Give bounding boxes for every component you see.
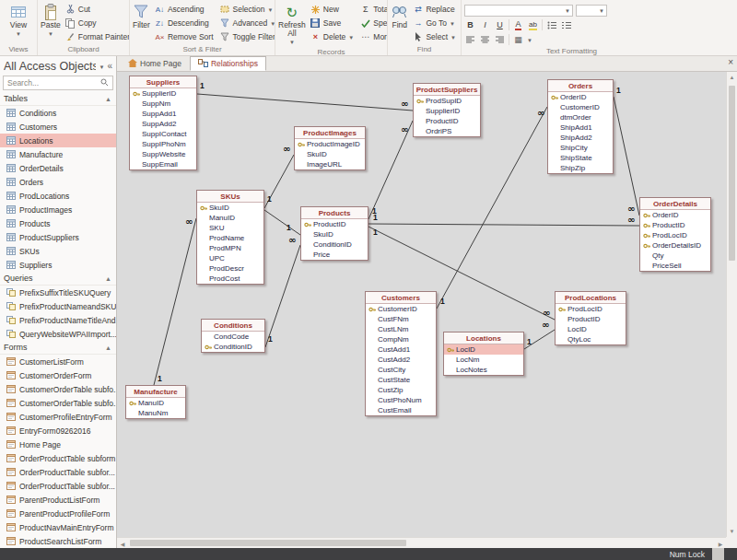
field-prodcost[interactable]: ProdCost xyxy=(197,274,263,284)
nav-item-orderproducttable-subfor[interactable]: OrderProductTable subfor... xyxy=(0,465,116,479)
copy-button[interactable]: Copy xyxy=(64,17,129,29)
horizontal-scrollbar[interactable]: ◀ ▶ xyxy=(117,537,726,548)
numbering-button[interactable] xyxy=(560,19,572,31)
field-productid[interactable]: ProductID xyxy=(640,220,710,230)
nav-item-productnavmainentryform[interactable]: ProductNavMainEntryForm xyxy=(0,520,116,534)
filter-button[interactable]: Filter xyxy=(133,2,150,29)
nav-item-parentproductprofileform[interactable]: ParentProductProfileForm xyxy=(0,507,116,520)
field-orderid[interactable]: OrderID xyxy=(640,210,710,220)
select-button[interactable]: Select▼ xyxy=(411,30,458,43)
field-prodname[interactable]: ProdName xyxy=(197,233,263,243)
nav-item-orders[interactable]: Orders xyxy=(0,175,116,189)
field-suppicontact[interactable]: SuppIContact xyxy=(130,129,196,139)
field-custlnm[interactable]: CustLNm xyxy=(366,324,436,334)
nav-item-orderdetails[interactable]: OrderDetails xyxy=(0,161,116,175)
scroll-left-arrow[interactable]: ◀ xyxy=(117,538,128,548)
nav-section-queries[interactable]: Queries▲ xyxy=(0,272,116,286)
nav-item-suppliers[interactable]: Suppliers xyxy=(0,258,116,272)
nav-item-productimages[interactable]: ProductImages xyxy=(0,203,116,216)
nav-item-prefixproductnameandsku[interactable]: PrefixProductNameandSKU... xyxy=(0,299,116,313)
nav-item-customerordertable-subfo[interactable]: CustomerOrderTable subfo... xyxy=(0,396,116,410)
horizontal-scroll-thumb[interactable] xyxy=(130,540,406,546)
field-imageurl[interactable]: ImageURL xyxy=(295,159,365,169)
font-size-select[interactable]: ▼ xyxy=(576,5,607,17)
nav-section-forms[interactable]: Forms▲ xyxy=(0,341,116,355)
relationship-line-suppliers-supplierid-productsuppliers-supplierid[interactable] xyxy=(197,94,413,111)
diagram-table-productsuppliers[interactable]: ProductSuppliersProdSupIDSupplierIDProdu… xyxy=(413,83,481,137)
nav-item-locations[interactable]: Locations xyxy=(0,134,116,147)
nav-item-productsearchlistform[interactable]: ProductSearchListForm xyxy=(0,534,116,548)
replace-button[interactable]: ⇄Replace xyxy=(411,3,458,16)
field-suppemail[interactable]: SuppEmail xyxy=(130,159,196,169)
nav-item-orderproducttable-subform[interactable]: OrderProductTable subform xyxy=(0,451,116,465)
diagram-table-productimages[interactable]: ProductImagesProductImageIDSkuIDImageURL xyxy=(294,126,366,170)
totals-button[interactable]: ΣTotals xyxy=(358,3,387,16)
delete-button[interactable]: ×Delete▼ xyxy=(309,30,357,43)
field-manuid[interactable]: ManuID xyxy=(126,398,185,408)
field-custemail[interactable]: CustEmail xyxy=(366,405,436,415)
field-conditionid[interactable]: ConditionID xyxy=(202,342,264,352)
field-condcode[interactable]: CondCode xyxy=(202,332,264,342)
field-prodlocid[interactable]: ProdLocID xyxy=(640,230,710,240)
relationship-line-manufacture-manuid-skus-manuid[interactable] xyxy=(154,218,196,385)
field-compnm[interactable]: CompNm xyxy=(366,334,436,344)
relationships-canvas[interactable]: 1∞1∞1∞1∞1∞1∞1∞1∞1∞1∞1∞ SuppliersSupplier… xyxy=(117,72,726,537)
nav-pane-header[interactable]: All Access Objects ▼ « xyxy=(0,56,116,75)
nav-item-customerorderform[interactable]: CustomerOrderForm xyxy=(0,368,116,382)
field-custzip[interactable]: CustZip xyxy=(366,385,436,395)
field-custadd2[interactable]: CustAdd2 xyxy=(366,355,436,365)
shutter-bar-button[interactable]: « xyxy=(107,61,112,71)
nav-item-prefixsuffixtitleskuquery[interactable]: PrefixSuffixTitleSKUQuery xyxy=(0,286,116,299)
field-shipadd1[interactable]: ShipAdd1 xyxy=(548,122,613,133)
remove-sort-button[interactable]: A×Remove Sort xyxy=(153,30,216,43)
tab-relationships[interactable]: Relationships xyxy=(190,56,266,71)
nav-item-productsuppliers[interactable]: ProductSuppliers xyxy=(0,230,116,244)
bold-button[interactable]: B xyxy=(464,19,476,31)
diagram-table-customers[interactable]: CustomersCustomerIDCustFNmCustLNmCompNmC… xyxy=(365,291,437,416)
italic-button[interactable]: I xyxy=(479,19,491,31)
field-manuid[interactable]: ManuID xyxy=(197,213,263,223)
diagram-table-manufacture[interactable]: ManufactureManuIDManuNm xyxy=(125,385,186,419)
bullets-button[interactable] xyxy=(545,19,557,31)
search-input[interactable]: Search... xyxy=(3,76,113,90)
underline-button[interactable]: U xyxy=(494,19,506,31)
nav-item-home-page[interactable]: Home Page xyxy=(0,438,116,451)
find-button[interactable]: Find xyxy=(391,2,408,29)
field-suppadd1[interactable]: SuppAdd1 xyxy=(130,109,196,119)
cut-button[interactable]: Cut xyxy=(64,3,129,16)
diagram-table-skus[interactable]: SKUsSkuIDManuIDSKUProdNameProdMPNUPCProd… xyxy=(196,190,264,285)
field-customerid[interactable]: CustomerID xyxy=(548,102,613,112)
field-shipstate[interactable]: ShipState xyxy=(548,153,613,163)
field-customerid[interactable]: CustomerID xyxy=(366,304,436,314)
nav-item-parentproductlistform[interactable]: ParentProductListForm xyxy=(0,493,116,507)
ascending-button[interactable]: A↓Ascending xyxy=(153,3,216,16)
field-locid[interactable]: LocID xyxy=(556,324,626,334)
field-prodlocid[interactable]: ProdLocID xyxy=(556,304,626,314)
field-shipcity[interactable]: ShipCity xyxy=(548,143,613,153)
refresh-all-button[interactable]: ↻ Refresh All ▼ xyxy=(278,2,306,47)
relationship-line-products-productid-productsuppliers-productid[interactable] xyxy=(368,121,413,219)
format-painter-button[interactable]: Format Painter xyxy=(64,30,129,43)
field-pricesell[interactable]: PriceSell xyxy=(640,261,710,271)
nav-item-prefixproductnametitleand[interactable]: PrefixProductNameTitleAnd... xyxy=(0,313,116,327)
nav-item-customerordertable-subfo[interactable]: CustomerOrderTable subfo... xyxy=(0,382,116,396)
field-custphonum[interactable]: CustPhoNum xyxy=(366,395,436,405)
field-skuid[interactable]: SkuID xyxy=(295,149,365,159)
diagram-table-products[interactable]: ProductsProductIDSkuIDConditionIDPrice xyxy=(300,206,368,261)
nav-item-customerlistform[interactable]: CustomerListForm xyxy=(0,355,116,368)
relationship-line-products-productid-orderdetails-productid[interactable] xyxy=(368,224,639,226)
field-shipzip[interactable]: ShipZip xyxy=(548,163,613,173)
field-suppnm[interactable]: SuppNm xyxy=(130,99,196,109)
nav-item-orderproducttable-subfor[interactable]: OrderProductTable subfor... xyxy=(0,479,116,493)
field-qtyloc[interactable]: QtyLoc xyxy=(556,334,626,344)
diagram-table-orders[interactable]: OrdersOrderIDCustomerIDdtmOrderShipAdd1S… xyxy=(547,79,614,174)
field-productimageid[interactable]: ProductImageID xyxy=(295,139,365,149)
scroll-right-arrow[interactable]: ▶ xyxy=(715,538,726,548)
close-document-button[interactable]: × xyxy=(728,57,733,67)
field-dtmorder[interactable]: dtmOrder xyxy=(548,112,613,122)
field-price[interactable]: Price xyxy=(301,250,368,260)
field-productid[interactable]: ProductID xyxy=(301,219,368,229)
field-custfnm[interactable]: CustFNm xyxy=(366,314,436,324)
field-upc[interactable]: UPC xyxy=(197,253,263,263)
field-shipadd2[interactable]: ShipAdd2 xyxy=(548,133,613,143)
